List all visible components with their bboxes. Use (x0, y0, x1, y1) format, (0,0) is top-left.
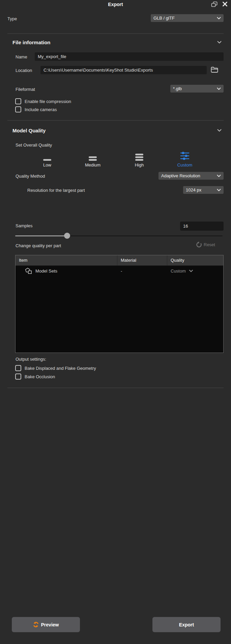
collapse-chevron-icon[interactable] (217, 41, 222, 44)
model-quality-header: Model Quality (12, 128, 46, 133)
quality-option-label: Custom (177, 162, 193, 168)
chevron-down-icon (217, 17, 221, 20)
change-quality-label: Change quality per part (16, 243, 61, 248)
column-header-material[interactable]: Material (117, 255, 167, 265)
divider (7, 388, 224, 388)
quality-option-label: High (135, 162, 144, 168)
table-row-quality-value: Custom (171, 268, 186, 274)
preview-button-label: Preview (41, 622, 59, 627)
include-cameras-label: Include cameras (25, 107, 57, 112)
type-dropdown[interactable]: GLB / glTF (151, 14, 224, 22)
name-input-value: My_export_file (38, 54, 66, 59)
quality-option-custom[interactable]: Custom (170, 150, 200, 168)
low-quality-icon (43, 150, 51, 161)
samples-slider[interactable] (15, 233, 223, 239)
reset-undo-icon (196, 241, 202, 248)
include-cameras-checkbox[interactable] (15, 106, 21, 112)
location-input[interactable]: C:\Users\Username\Documents\KeyShot Stud… (40, 66, 207, 74)
render-preview-icon (33, 622, 39, 627)
chevron-down-icon (217, 189, 221, 191)
location-label: Location (16, 68, 32, 73)
high-quality-icon (135, 150, 143, 161)
output-settings-label: Output settings: (16, 357, 46, 362)
samples-input[interactable]: 16 (180, 222, 224, 231)
samples-slider-fill (15, 235, 67, 236)
chevron-down-icon (217, 87, 221, 90)
reset-button[interactable]: Reset (196, 241, 215, 248)
model-sets-icon (25, 267, 32, 274)
quality-option-label: Medium (85, 162, 100, 168)
parts-table-header: Item Material Quality (16, 255, 223, 266)
quality-option-low[interactable]: Low (32, 150, 62, 168)
resolution-dropdown-value: 1024 px (186, 187, 201, 192)
enable-file-compression-checkbox[interactable] (15, 98, 21, 104)
parts-table: Item Material Quality Model Sets - Custo… (15, 255, 224, 353)
samples-slider-handle[interactable] (64, 233, 70, 239)
divider (7, 33, 224, 34)
quality-method-dropdown-value: Adaptive Resolution (161, 173, 200, 178)
chevron-down-icon (189, 270, 193, 272)
column-header-item[interactable]: Item (16, 255, 117, 265)
quality-option-high[interactable]: High (124, 150, 154, 168)
fileformat-dropdown[interactable]: *.glb (170, 85, 224, 93)
table-row-item: Model Sets (35, 268, 57, 274)
reset-button-label: Reset (204, 242, 215, 247)
collapse-chevron-icon[interactable] (217, 129, 222, 132)
export-button-label: Export (179, 622, 194, 627)
resolution-dropdown[interactable]: 1024 px (183, 186, 224, 194)
bake-displaced-checkbox[interactable] (15, 365, 21, 371)
bake-displaced-label: Bake Displaced and Flake Geometry (25, 366, 96, 371)
type-label: Type (7, 16, 17, 21)
fileformat-label: Fileformat (16, 87, 35, 92)
bake-occlusion-checkbox[interactable] (15, 373, 21, 380)
type-dropdown-value: GLB / glTF (153, 16, 175, 21)
close-icon[interactable] (222, 1, 228, 7)
table-row-quality-dropdown[interactable]: Custom (167, 268, 223, 274)
column-header-quality[interactable]: Quality (167, 255, 223, 265)
enable-file-compression-label: Enable file compression (25, 99, 71, 104)
name-input[interactable]: My_export_file (35, 52, 224, 61)
bake-occlusion-label: Bake Occlusion (25, 374, 55, 379)
chevron-down-icon (217, 175, 221, 177)
divider (7, 120, 224, 121)
custom-sliders-icon (180, 150, 190, 161)
preview-button[interactable]: Preview (12, 617, 80, 632)
name-label: Name (16, 54, 27, 59)
quality-method-label: Quality Method (16, 174, 45, 179)
table-row[interactable]: Model Sets - Custom (16, 266, 223, 276)
export-button[interactable]: Export (152, 617, 221, 632)
fileformat-dropdown-value: *.glb (173, 86, 182, 91)
samples-label: Samples (16, 223, 33, 228)
quality-method-dropdown[interactable]: Adaptive Resolution (158, 172, 224, 180)
browse-folder-icon[interactable] (210, 66, 219, 73)
popout-icon[interactable] (211, 1, 218, 7)
export-dialog: Export Type GLB / glTF File information … (0, 0, 231, 644)
quality-option-label: Low (43, 162, 51, 168)
location-input-value: C:\Users\Username\Documents\KeyShot Stud… (44, 68, 153, 73)
resolution-label: Resolution for the largest part (27, 188, 85, 193)
medium-quality-icon (89, 150, 97, 161)
samples-input-value: 16 (183, 224, 188, 229)
quality-option-medium[interactable]: Medium (78, 150, 108, 168)
set-overall-quality-label: Set Overall Quality (16, 143, 52, 148)
dialog-title: Export (0, 2, 231, 7)
table-row-material: - (117, 268, 167, 274)
file-information-header: File information (12, 40, 51, 45)
samples-slider-track (67, 235, 223, 236)
